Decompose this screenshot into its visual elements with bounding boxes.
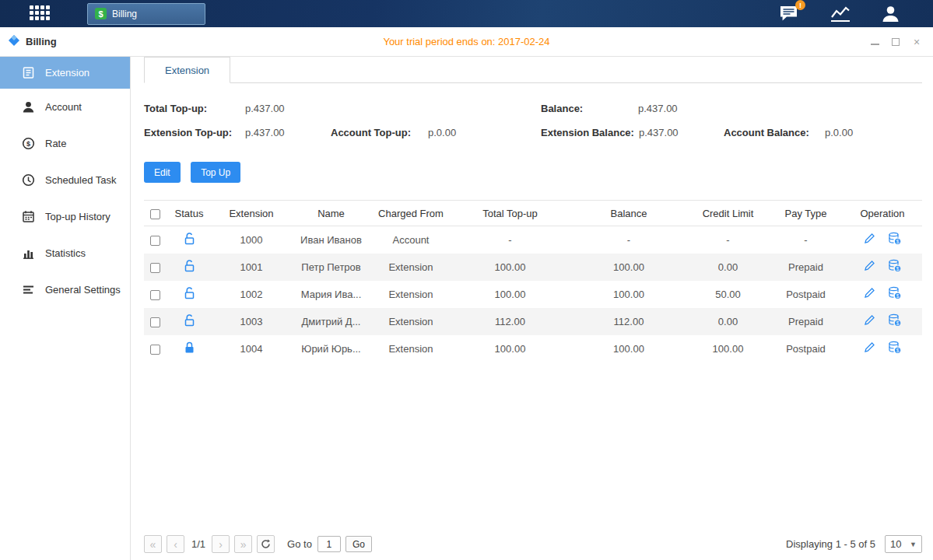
cell-pay-type: Postpaid (769, 281, 843, 308)
col-balance: Balance (570, 201, 687, 226)
first-page-button[interactable]: « (144, 535, 162, 553)
close-button[interactable]: × (911, 37, 922, 47)
cell-extension: 1000 (212, 226, 290, 254)
cell-pay-type: - (769, 226, 843, 254)
cell-total-topup: 112.00 (450, 308, 570, 335)
col-extension: Extension (212, 201, 290, 226)
next-page-button[interactable]: › (212, 535, 230, 553)
cell-balance: 100.00 (570, 335, 687, 362)
chart-icon[interactable] (830, 5, 851, 23)
taskbar-item-label: Billing (112, 9, 137, 19)
sidebar-item-label: Rate (45, 138, 66, 149)
table-row: 1001Петр ПетровExtension100.00100.000.00… (144, 254, 922, 281)
sidebar-item-statistics[interactable]: Statistics (0, 235, 130, 271)
maximize-button[interactable] (890, 37, 901, 47)
tab-bar: Extension (144, 57, 922, 83)
cell-charged-from: Extension (372, 254, 450, 281)
billing-dollar-icon: $ (95, 8, 107, 19)
svg-text:$: $ (896, 293, 900, 299)
user-icon[interactable] (881, 5, 900, 23)
row-checkbox[interactable] (150, 290, 160, 300)
page-size-value: 10 (890, 538, 901, 550)
edit-icon[interactable] (864, 314, 875, 328)
row-checkbox[interactable] (150, 317, 160, 327)
topup-button[interactable]: Top Up (191, 162, 240, 183)
col-status: Status (166, 201, 212, 226)
page-size-select[interactable]: 10 ▼ (885, 535, 922, 553)
svg-text:$: $ (896, 266, 900, 271)
extension-icon (22, 66, 35, 79)
apps-grid-icon[interactable] (30, 5, 53, 23)
sidebar: Extension Account $ Rate Scheduled Task (0, 57, 131, 560)
cell-credit-limit: 0.00 (687, 254, 769, 281)
sidebar-item-label: General Settings (45, 284, 121, 296)
topup-icon[interactable]: $ (888, 232, 901, 247)
table-row: 1002Мария Ива...Extension100.00100.0050.… (144, 281, 922, 308)
cell-balance: - (570, 226, 687, 254)
cell-credit-limit: 0.00 (687, 308, 769, 335)
statistics-icon (22, 247, 35, 260)
account-topup-value: p.0.00 (428, 127, 456, 138)
sidebar-item-account[interactable]: Account (0, 89, 130, 125)
topup-icon[interactable]: $ (888, 313, 901, 329)
trial-notice: Your trial period ends on: 2017-02-24 (0, 36, 933, 47)
extension-balance-label: Extension Balance: (541, 127, 634, 138)
total-topup-value: p.437.00 (245, 103, 285, 114)
edit-icon[interactable] (864, 260, 875, 274)
edit-icon[interactable] (864, 233, 875, 247)
sidebar-item-rate[interactable]: $ Rate (0, 125, 130, 162)
locked-lock-icon (184, 345, 195, 356)
col-operation: Operation (843, 201, 922, 226)
cell-name: Дмитрий Д... (290, 308, 372, 335)
topup-icon[interactable]: $ (888, 341, 901, 356)
edit-icon[interactable] (864, 341, 875, 355)
sidebar-item-topup-history[interactable]: Top-up History (0, 198, 130, 235)
edit-icon[interactable] (864, 287, 875, 301)
edit-button[interactable]: Edit (144, 162, 181, 183)
refresh-icon (261, 539, 271, 549)
window-title: Billing (26, 36, 57, 47)
go-button[interactable]: Go (345, 536, 372, 552)
topup-history-icon (22, 210, 35, 223)
cell-pay-type: Prepaid (769, 308, 843, 335)
sidebar-item-general-settings[interactable]: General Settings (0, 271, 130, 308)
refresh-button[interactable] (257, 535, 275, 553)
cell-extension: 1001 (212, 254, 290, 281)
svg-text:$: $ (896, 348, 900, 353)
sidebar-item-label: Top-up History (45, 211, 110, 222)
displaying-info: Displaying 1 - 5 of 5 (786, 538, 875, 550)
row-checkbox[interactable] (150, 263, 160, 273)
pagination-bar: « ‹ 1/1 › » Go to Go Displaying 1 - 5 of… (144, 535, 922, 553)
cell-balance: 100.00 (570, 254, 687, 281)
minimize-button[interactable] (869, 37, 880, 47)
cell-total-topup: 100.00 (450, 254, 570, 281)
sidebar-item-extension[interactable]: Extension (0, 57, 130, 89)
cell-pay-type: Postpaid (769, 335, 843, 362)
select-all-checkbox[interactable] (150, 209, 160, 219)
account-topup-label: Account Top-up: (331, 127, 411, 138)
tab-extension[interactable]: Extension (144, 57, 230, 83)
goto-page-input[interactable] (317, 536, 341, 552)
sidebar-item-scheduled-task[interactable]: Scheduled Task (0, 162, 130, 198)
chevron-down-icon: ▼ (910, 541, 917, 548)
svg-text:$: $ (26, 140, 30, 148)
prev-page-button[interactable]: ‹ (167, 535, 184, 553)
row-checkbox[interactable] (150, 345, 160, 355)
cell-total-topup: 100.00 (450, 335, 570, 362)
table-body: 1000Иван ИвановAccount----$1001Петр Петр… (144, 226, 922, 362)
table-header-row: Status Extension Name Charged From Total… (144, 201, 922, 226)
topup-icon[interactable]: $ (888, 286, 901, 302)
topup-icon[interactable]: $ (888, 259, 901, 275)
taskbar-item-billing[interactable]: $ Billing (87, 3, 205, 25)
chat-icon[interactable]: ! (779, 5, 800, 23)
unlocked-lock-icon (184, 290, 195, 302)
cell-charged-from: Extension (372, 335, 450, 362)
last-page-button[interactable]: » (234, 535, 252, 553)
cell-charged-from: Extension (372, 308, 450, 335)
cell-name: Петр Петров (290, 254, 372, 281)
table-row: 1004Юрий Юрь...Extension100.00100.00100.… (144, 335, 922, 362)
col-credit-limit: Credit Limit (687, 201, 769, 226)
row-checkbox[interactable] (150, 236, 160, 246)
col-charged-from: Charged From (372, 201, 450, 226)
cell-total-topup: 100.00 (450, 281, 570, 308)
